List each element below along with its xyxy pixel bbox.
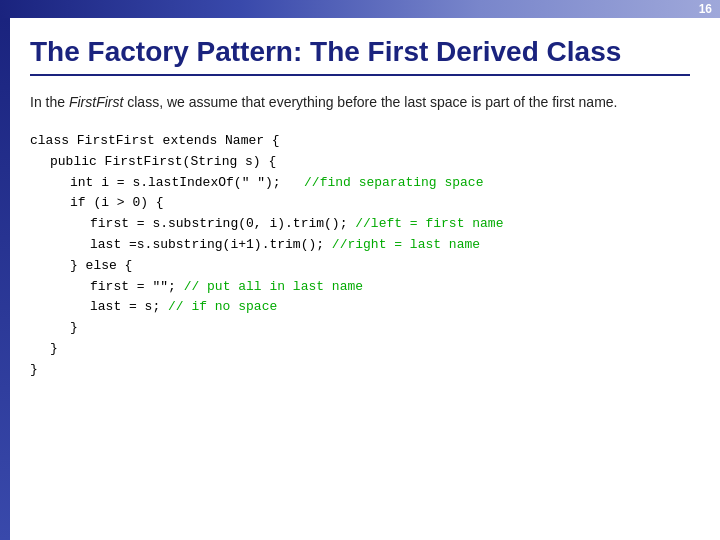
- code-line-11: }: [30, 339, 690, 360]
- code-line-2: public FirstFirst(String s) {: [30, 152, 690, 173]
- intro-text: In the FirstFirst class, we assume that …: [30, 92, 690, 113]
- code-line-4: if (i > 0) {: [30, 193, 690, 214]
- code-line-8: first = ""; // put all in last name: [30, 277, 690, 298]
- code-line-5: first = s.substring(0, i).trim(); //left…: [30, 214, 690, 235]
- slide-number: 16: [699, 2, 712, 16]
- code-line-6: last =s.substring(i+1).trim(); //right =…: [30, 235, 690, 256]
- code-line-3: int i = s.lastIndexOf(" "); //find separ…: [30, 173, 690, 194]
- code-line-12: }: [30, 360, 690, 381]
- slide-container: 16 The Factory Pattern: The First Derive…: [0, 0, 720, 540]
- top-bar: 16: [0, 0, 720, 18]
- intro-italic: FirstFirst: [69, 94, 123, 110]
- intro-text-after: class, we assume that everything before …: [123, 94, 617, 110]
- slide-content: The Factory Pattern: The First Derived C…: [0, 18, 720, 540]
- code-line-1: class FirstFirst extends Namer {: [30, 131, 690, 152]
- code-line-9: last = s; // if no space: [30, 297, 690, 318]
- intro-text-before: In the: [30, 94, 69, 110]
- code-line-7: } else {: [30, 256, 690, 277]
- slide-title: The Factory Pattern: The First Derived C…: [30, 36, 690, 76]
- code-block: class FirstFirst extends Namer { public …: [30, 131, 690, 381]
- code-line-10: }: [30, 318, 690, 339]
